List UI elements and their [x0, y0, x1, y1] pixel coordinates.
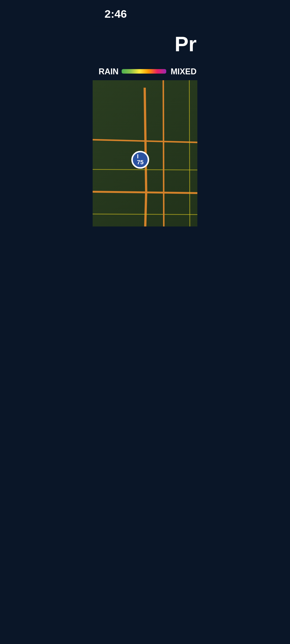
legend-bar: RAIN MIXED SNOW	[93, 64, 197, 80]
status-bar: 2:46 ⊖ ▾▾ ▐▌	[93, 0, 197, 27]
i75-badge-north: I75	[131, 151, 149, 169]
status-time: 2:46	[104, 7, 127, 20]
rain-label: RAIN	[99, 67, 118, 76]
rain-gradient	[122, 69, 166, 74]
map-background: Pembroke Pines Hialeah Miami Kendall FLL…	[93, 80, 197, 226]
mixed-label: MIXED	[171, 67, 196, 76]
map-container[interactable]: Pembroke Pines Hialeah Miami Kendall FLL…	[93, 80, 197, 226]
rain-legend: RAIN	[99, 67, 166, 76]
page-header: Precipitation	[93, 27, 197, 64]
mixed-legend: MIXED	[171, 67, 197, 76]
page-title: Precipitation	[93, 33, 197, 57]
